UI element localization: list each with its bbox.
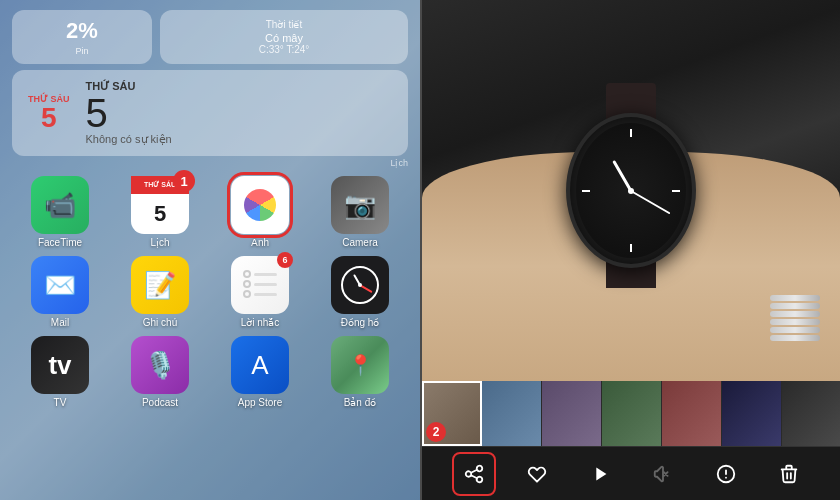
thumbnail-2[interactable] [482, 381, 542, 446]
app-item-tv[interactable]: tv TV [14, 336, 106, 408]
info-button[interactable] [704, 452, 748, 496]
maps-icon-bg: 📍 [331, 336, 389, 394]
app-item-appstore[interactable]: A App Store [214, 336, 306, 408]
reminders-icon-bg: 6 [231, 256, 289, 314]
clock-icon-bg [331, 256, 389, 314]
facetime-icon-bg: 📹 [31, 176, 89, 234]
app-label-facetime: FaceTime [38, 237, 82, 248]
trash-button[interactable] [767, 452, 811, 496]
watch-face [576, 123, 686, 258]
widgets-row: 2% Pin Thời tiết Có mây C:33° T:24° [0, 0, 420, 70]
maps-pin-icon: 📍 [348, 353, 373, 377]
weather-temp: C:33° T:24° [259, 44, 310, 55]
app-grid-row3: tv TV 🎙️ Podcast A App Store 📍 Bản đồ [0, 332, 420, 412]
step1-badge: 1 [173, 170, 195, 192]
podcasts-icon-bg: 🎙️ [131, 336, 189, 394]
clock-circle [341, 266, 379, 304]
thumbnail-strip[interactable]: 2 [422, 381, 840, 446]
chain-link [770, 335, 820, 341]
watch-body [566, 113, 696, 268]
tv-icon-bg: tv [31, 336, 89, 394]
photos-wheel-icon [244, 189, 276, 221]
watch-minute-hand [631, 190, 671, 214]
app-label-tv: TV [54, 397, 67, 408]
chain-link [770, 327, 820, 333]
chain-links [770, 295, 820, 341]
app-grid-row2: ✉️ Mail 📝 Ghi chú 6 Lời nhắc [0, 252, 420, 332]
weather-title: Thời tiết [266, 19, 302, 30]
app-item-photos[interactable]: Ảnh [214, 176, 306, 248]
cal-small: THỨ SÁU 5 [28, 80, 70, 146]
bottom-toolbar [422, 446, 840, 500]
app-grid-row1: 📹 FaceTime THỨ SÁU 5 1 Lịch Ảnh 📷 Camer [0, 172, 420, 252]
app-item-reminders[interactable]: 6 Lời nhắc [214, 256, 306, 328]
calendar-widget[interactable]: THỨ SÁU 5 THỨ SÁU 5 Không có sự kiện [12, 70, 408, 156]
chain-link [770, 303, 820, 309]
watch-photo [422, 0, 840, 381]
cal-small-day-num: 5 [41, 104, 57, 132]
share-button[interactable] [452, 452, 496, 496]
cal-big-day-num: 5 [86, 93, 393, 133]
app-item-calendar[interactable]: THỨ SÁU 5 1 Lịch [114, 176, 206, 248]
info-icon [715, 463, 737, 485]
battery-label: Pin [75, 46, 88, 56]
app-label-podcasts: Podcast [142, 397, 178, 408]
app-label-notes: Ghi chú [143, 317, 177, 328]
play-icon [589, 463, 611, 485]
app-label-clock: Đồng hồ [341, 317, 380, 328]
app-label-maps: Bản đồ [344, 397, 377, 408]
calendar-icon-bg: THỨ SÁU 5 1 [131, 176, 189, 234]
thumbnail-5[interactable] [662, 381, 722, 446]
app-item-mail[interactable]: ✉️ Mail [14, 256, 106, 328]
thumbnail-step-badge: 2 [426, 422, 446, 442]
reminders-badge: 6 [277, 252, 293, 268]
thumbnail-6[interactable] [722, 381, 782, 446]
watch-center-dot [628, 188, 634, 194]
app-item-podcasts[interactable]: 🎙️ Podcast [114, 336, 206, 408]
chain-link [770, 295, 820, 301]
app-label-mail: Mail [51, 317, 69, 328]
app-item-maps[interactable]: 📍 Bản đồ [314, 336, 406, 408]
share-icon [463, 463, 485, 485]
clock-face [331, 256, 389, 314]
battery-widget: 2% Pin [12, 10, 152, 64]
mute-icon [652, 463, 674, 485]
app-item-facetime[interactable]: 📹 FaceTime [14, 176, 106, 248]
photos-icon-bg [231, 176, 289, 234]
thumbnail-1[interactable]: 2 [422, 381, 482, 446]
cal-no-event: Không có sự kiện [86, 133, 393, 146]
weather-widget: Thời tiết Có mây C:33° T:24° [160, 10, 408, 64]
photos-app: 2 [422, 0, 840, 500]
home-screen: 2% Pin Thời tiết Có mây C:33° T:24° THỨ … [0, 0, 420, 500]
chain-link [770, 311, 820, 317]
notes-icon-bg: 📝 [131, 256, 189, 314]
cal-big: THỨ SÁU 5 Không có sự kiện [86, 80, 393, 146]
app-item-notes[interactable]: 📝 Ghi chú [114, 256, 206, 328]
appstore-icon-bg: A [231, 336, 289, 394]
thumbnail-7[interactable] [782, 381, 840, 446]
camera-icon-bg: 📷 [331, 176, 389, 234]
mute-button[interactable] [641, 452, 685, 496]
watch-hour-hand [612, 159, 632, 191]
heart-button[interactable] [515, 452, 559, 496]
app-label-camera: Camera [342, 237, 378, 248]
battery-percent: 2% [66, 18, 98, 44]
app-label-reminders: Lời nhắc [241, 317, 280, 328]
heart-icon [526, 463, 548, 485]
weather-desc: Có mây [265, 32, 303, 44]
trash-icon [778, 463, 800, 485]
mail-icon-bg: ✉️ [31, 256, 89, 314]
cal-icon-body: 5 [154, 194, 166, 234]
play-button[interactable] [578, 452, 622, 496]
chain-link [770, 319, 820, 325]
thumbnail-4[interactable] [602, 381, 662, 446]
thumbnail-3[interactable] [542, 381, 602, 446]
app-label-calendar: Lịch [150, 237, 169, 248]
cal-big-day-label: THỨ SÁU [86, 80, 393, 93]
app-item-clock[interactable]: Đồng hồ [314, 256, 406, 328]
app-item-camera[interactable]: 📷 Camera [314, 176, 406, 248]
app-label-photos: Ảnh [251, 237, 269, 248]
app-label-appstore: App Store [238, 397, 282, 408]
reminders-content [237, 262, 283, 306]
cal-widget-label: Lịch [0, 158, 420, 168]
